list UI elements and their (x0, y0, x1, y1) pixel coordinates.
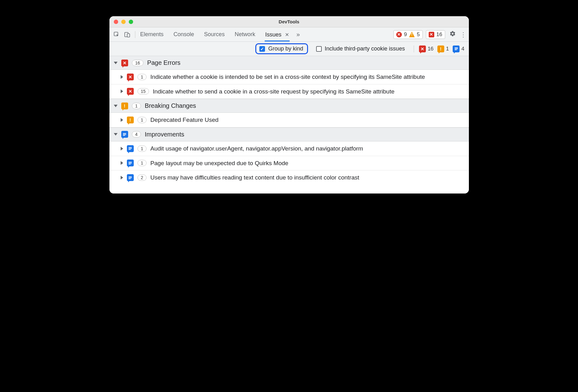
issues-error-count: 16 (436, 31, 442, 38)
issue-title: Page layout may be unexpected due to Qui… (150, 159, 464, 167)
checkbox-unchecked-icon (316, 46, 322, 52)
error-count: 9 (404, 31, 407, 38)
error-icon: ✕ (429, 32, 434, 37)
settings-icon[interactable] (450, 31, 456, 38)
disclosure-triangle-icon (121, 75, 123, 79)
tab-console[interactable]: Console (173, 28, 195, 41)
group-count-badge: 16 (132, 60, 144, 66)
issue-row[interactable]: 2Users may have difficulties reading tex… (109, 170, 469, 185)
info-speech-icon (127, 145, 134, 152)
tab-network[interactable]: Network (234, 28, 256, 41)
issue-row[interactable]: ✕1Indicate whether a cookie is intended … (109, 70, 469, 84)
issue-title: Indicate whether a cookie is intended to… (150, 73, 464, 81)
error-speech-icon: ✕ (419, 45, 426, 52)
window-controls (114, 20, 133, 24)
error-speech-icon: ✕ (127, 74, 134, 80)
more-tabs-icon[interactable]: » (296, 31, 300, 38)
issue-row[interactable]: 1Audit usage of navigator.userAgent, nav… (109, 141, 469, 156)
warning-speech-icon: ! (127, 117, 134, 123)
issue-title: Indicate whether to send a cookie in a c… (153, 88, 464, 96)
error-icon: ✕ (396, 32, 402, 37)
titlebar: DevTools (109, 16, 469, 27)
info-speech-icon (453, 45, 460, 52)
panel-tabs: Elements Console Sources Network Issues … (140, 28, 290, 41)
minimize-window-button[interactable] (121, 20, 126, 24)
issues-toolbar: ✓ Group by kind Include third-party cook… (109, 42, 469, 56)
issue-title: Users may have difficulties reading text… (150, 174, 464, 182)
close-window-button[interactable] (114, 20, 118, 24)
errors-total: 16 (428, 46, 434, 52)
device-toolbar-icon[interactable] (124, 31, 131, 38)
issue-title: Audit usage of navigator.userAgent, navi… (150, 145, 464, 153)
disclosure-triangle-icon (114, 133, 118, 136)
tab-issues-label: Issues (265, 31, 282, 38)
inspect-element-icon[interactable] (113, 31, 120, 38)
info-speech-icon (121, 131, 128, 138)
group-count-badge: 1 (132, 103, 141, 109)
issue-counts: ✕16 !1 4 (419, 45, 465, 52)
group-header-info[interactable]: 4Improvements (109, 127, 469, 141)
issues-list: ✕16Page Errors✕1Indicate whether a cooki… (109, 56, 469, 185)
group-header-warning[interactable]: !1Breaking Changes (109, 99, 469, 113)
warning-speech-icon: ! (121, 103, 128, 109)
include-third-party-label: Include third-party cookie issues (325, 45, 405, 52)
disclosure-triangle-icon (121, 176, 123, 179)
separator (414, 45, 414, 52)
tab-elements[interactable]: Elements (140, 28, 164, 41)
issue-count-badge: 15 (137, 88, 149, 94)
error-speech-icon: ✕ (121, 60, 128, 66)
close-tab-icon[interactable]: ✕ (285, 32, 289, 37)
include-third-party-checkbox[interactable]: Include third-party cookie issues (313, 44, 409, 53)
group-title: Improvements (145, 131, 184, 138)
disclosure-triangle-icon (121, 147, 123, 151)
group-by-kind-label: Group by kind (268, 45, 303, 52)
group-title: Breaking Changes (145, 102, 196, 109)
group-count-badge: 4 (132, 131, 141, 137)
devtools-tabbar: Elements Console Sources Network Issues … (109, 27, 469, 42)
info-speech-icon (127, 174, 134, 181)
checkbox-checked-icon: ✓ (259, 46, 265, 52)
svg-rect-2 (127, 34, 130, 37)
warning-count: 5 (417, 31, 420, 38)
issue-count-badge: 1 (137, 74, 147, 80)
issue-count-badge: 1 (137, 146, 147, 152)
issue-count-badge: 1 (137, 117, 147, 123)
window-title: DevTools (109, 19, 469, 24)
disclosure-triangle-icon (114, 62, 118, 64)
error-speech-icon: ✕ (127, 88, 134, 95)
group-title: Page Errors (147, 59, 181, 66)
issue-title: Deprecated Feature Used (150, 116, 464, 124)
info-total: 4 (461, 46, 464, 52)
disclosure-triangle-icon (121, 89, 123, 93)
disclosure-triangle-icon (121, 161, 123, 165)
issue-count-badge: 1 (137, 160, 147, 166)
tab-issues[interactable]: Issues ✕ (265, 28, 290, 41)
issues-status-badge[interactable]: ✕ 16 (426, 30, 445, 39)
issue-count-badge: 2 (137, 174, 147, 181)
warning-icon: ! (409, 32, 415, 37)
console-status-badge[interactable]: ✕ 9 ! 5 (393, 30, 423, 39)
warning-speech-icon: ! (437, 45, 444, 52)
group-header-error[interactable]: ✕16Page Errors (109, 56, 469, 70)
zoom-window-button[interactable] (129, 20, 133, 24)
padding (109, 185, 469, 194)
info-speech-icon (127, 160, 134, 166)
disclosure-triangle-icon (121, 118, 123, 122)
disclosure-triangle-icon (114, 105, 118, 107)
more-options-icon[interactable]: ⋮ (460, 31, 466, 38)
issue-row[interactable]: !1Deprecated Feature Used (109, 113, 469, 127)
issue-row[interactable]: 1Page layout may be unexpected due to Qu… (109, 156, 469, 171)
warnings-total: 1 (446, 46, 449, 52)
devtools-window: DevTools Elements Console Sources Networ… (109, 16, 469, 194)
separator (135, 31, 135, 38)
group-by-kind-checkbox[interactable]: ✓ Group by kind (255, 43, 308, 54)
tab-sources[interactable]: Sources (204, 28, 225, 41)
issue-row[interactable]: ✕15Indicate whether to send a cookie in … (109, 84, 469, 99)
